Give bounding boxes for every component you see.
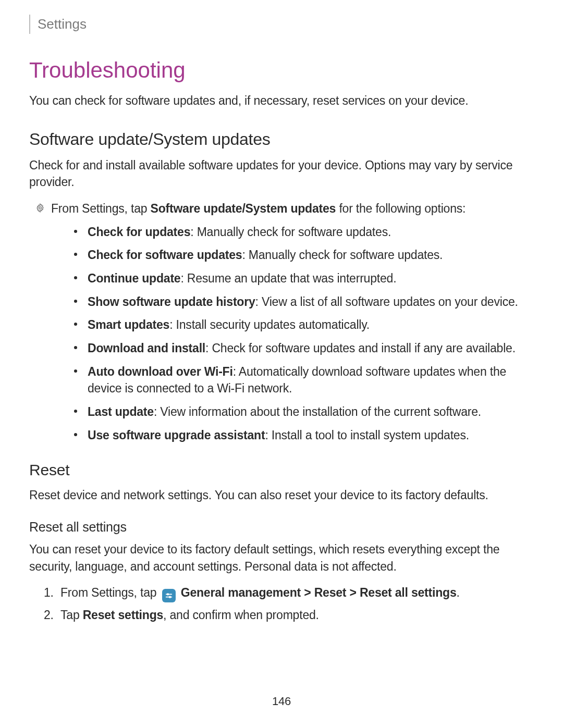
- option-desc: : Install security updates automatically…: [169, 318, 370, 331]
- intro-text: You can check for software updates and, …: [29, 92, 534, 109]
- option-desc: : Check for software updates and install…: [205, 341, 516, 355]
- gear-bold: Software update/System updates: [151, 202, 336, 215]
- step-bold: General management > Reset > Reset all s…: [181, 586, 457, 599]
- option-desc: : Manually check for software updates.: [190, 225, 391, 239]
- section-reset-body: Reset device and network settings. You c…: [29, 487, 534, 504]
- list-item: Check for updates: Manually check for so…: [74, 224, 534, 241]
- list-item: Continue update: Resume an update that w…: [74, 270, 534, 287]
- step-post: , and confirm when prompted.: [163, 608, 319, 622]
- gear-instruction: From Settings, tap Software update/Syste…: [35, 200, 534, 217]
- page-root: Settings Troubleshooting You can check f…: [0, 0, 563, 728]
- option-label: Last update: [88, 405, 154, 418]
- option-desc: : Manually check for software updates.: [242, 248, 443, 262]
- step-item: Tap Reset settings, and confirm when pro…: [44, 607, 534, 624]
- option-desc: : Resume an update that was interrupted.: [180, 272, 396, 285]
- list-item: Check for software updates: Manually che…: [74, 246, 534, 264]
- gear-pre: From Settings, tap: [51, 202, 151, 215]
- list-item: Show software update history: View a lis…: [74, 293, 534, 311]
- option-label: Smart updates: [88, 318, 169, 331]
- step-pre: From Settings, tap: [60, 586, 160, 599]
- step-post: .: [456, 586, 459, 599]
- reset-steps: From Settings, tap General management > …: [44, 584, 534, 624]
- step-pre: Tap: [60, 608, 83, 622]
- section-software-update-heading: Software update/System updates: [29, 128, 534, 151]
- software-update-options: Check for updates: Manually check for so…: [74, 224, 534, 444]
- option-label: Continue update: [88, 272, 180, 285]
- list-item: Last update: View information about the …: [74, 403, 534, 421]
- svg-point-4: [169, 597, 170, 598]
- step-item: From Settings, tap General management > …: [44, 584, 534, 602]
- option-label: Check for software updates: [88, 248, 242, 262]
- option-label: Show software update history: [88, 295, 255, 309]
- gear-instruction-text: From Settings, tap Software update/Syste…: [51, 200, 466, 217]
- option-desc: : View information about the installatio…: [154, 405, 481, 418]
- step-bold: Reset settings: [83, 608, 163, 622]
- section-reset-heading: Reset: [29, 459, 534, 482]
- svg-point-2: [167, 594, 168, 595]
- list-item: Auto download over Wi-Fi: Automatically …: [74, 363, 534, 397]
- breadcrumb: Settings: [29, 15, 534, 34]
- option-label: Check for updates: [88, 225, 190, 239]
- page-title: Troubleshooting: [29, 55, 534, 86]
- gear-icon: [35, 203, 45, 213]
- gear-post: for the following options:: [336, 202, 466, 215]
- list-item: Smart updates: Install security updates …: [74, 316, 534, 334]
- svg-point-0: [39, 207, 42, 209]
- option-desc: : Install a tool to install system updat…: [265, 428, 469, 442]
- section-reset-all-heading: Reset all settings: [29, 518, 534, 537]
- option-desc: : View a list of all software updates on…: [255, 295, 518, 309]
- sliders-icon: [162, 589, 176, 602]
- list-item: Download and install: Check for software…: [74, 340, 534, 357]
- option-label: Download and install: [88, 341, 205, 355]
- page-number: 146: [0, 693, 563, 709]
- section-software-update-body: Check for and install available software…: [29, 157, 534, 191]
- option-label: Auto download over Wi-Fi: [88, 365, 233, 378]
- section-reset-all-body: You can reset your device to its factory…: [29, 541, 534, 575]
- option-label: Use software upgrade assistant: [88, 428, 265, 442]
- list-item: Use software upgrade assistant: Install …: [74, 427, 534, 444]
